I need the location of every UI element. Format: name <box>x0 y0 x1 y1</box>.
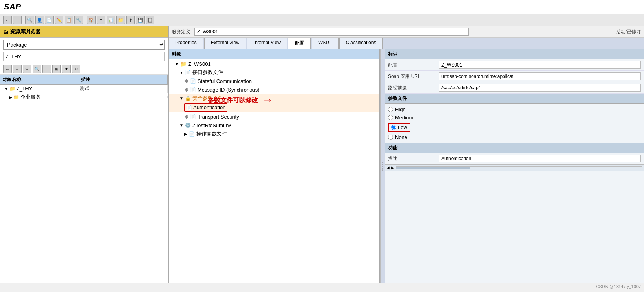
scroll-thumb[interactable] <box>396 167 470 169</box>
active-label: 活动/已修订 <box>616 29 641 35</box>
folder-icon-enterprise: 📁 <box>13 94 19 100</box>
scroll-track[interactable] <box>396 166 642 169</box>
left-grid-btn[interactable]: ⊞ <box>52 65 61 73</box>
content-row-ops[interactable]: ▶ 📄 操作参数文件 <box>169 130 379 138</box>
path-label: 路径前缀 <box>388 85 439 91</box>
resource-browser-icon: 🗂 <box>3 29 8 35</box>
transport-label: Transport Security <box>198 114 239 120</box>
chart-button[interactable]: 📊 <box>107 16 115 24</box>
content-tree-inner: ▼ 📁 Z_WS001 ▼ 📄 接口参数文件 ✱ <box>169 59 379 138</box>
content-row-messageid[interactable]: ✱ 📄 Message ID (Synchronous) <box>169 85 379 94</box>
radio-group: High Medium Low <box>385 104 644 143</box>
resize-handle[interactable] <box>380 49 385 283</box>
expand-security[interactable]: ▼ <box>180 96 183 101</box>
config-value: Z_WS001 <box>439 61 641 69</box>
interface-icon: 📄 <box>185 70 191 75</box>
left-back-btn[interactable]: ← <box>3 65 12 73</box>
zlhy-field: Z_LHY <box>3 52 165 61</box>
radio-medium-label: Medium <box>395 115 413 121</box>
zlhy-label: Z_LHY <box>16 86 32 92</box>
messageid-label: Message ID (Synchronous) <box>198 87 259 93</box>
content-row-interface[interactable]: ▼ 📄 接口参数文件 <box>169 68 379 77</box>
tab-properties[interactable]: Properties <box>169 38 203 49</box>
function-header: 功能 <box>385 143 644 153</box>
radio-high-input[interactable] <box>388 107 393 112</box>
resource-browser-header: 🗂 资源库浏览器 <box>0 26 168 38</box>
expand-ops[interactable]: ▶ <box>184 132 187 136</box>
stateful-label: Stateful Communication <box>198 78 252 84</box>
resize-dot-5 <box>382 169 383 171</box>
bullet-stateful: ✱ <box>184 78 189 84</box>
edit-button[interactable]: ✏️ <box>55 16 63 24</box>
upload-button[interactable]: ⬆ <box>126 16 135 24</box>
content-row-security-params[interactable]: ▼ 🔒 安全参数文件 <box>169 94 379 103</box>
scroll-left[interactable]: ◀ <box>386 166 390 170</box>
left-list-btn[interactable]: ☰ <box>42 65 51 73</box>
left-panel: 🗂 资源库浏览器 Package Z_LHY ← → ▽ 🔍 ☰ ⊞ ★ ↻ 对… <box>0 26 169 283</box>
annotation-area: 参数文件可以修改 → <box>208 94 274 107</box>
left-forward-btn[interactable]: → <box>13 65 22 73</box>
config-label: 配置 <box>388 62 439 68</box>
resource-browser-title: 资源库浏览器 <box>10 28 40 35</box>
content-row-zws001[interactable]: ▼ 📁 Z_WS001 <box>169 59 379 68</box>
content-tree: 对象 ▼ 📁 Z_WS001 ▼ 📄 接口参数文件 <box>169 49 380 283</box>
stateful-icon: 📄 <box>190 78 196 84</box>
expand-ztest[interactable]: ▼ <box>180 123 183 128</box>
props-row-soap-uri: Soap 应用 URI urn:sap-com:soap:runtime:app… <box>385 71 644 82</box>
menu-button[interactable]: ≡ <box>97 16 105 24</box>
content-row-transport[interactable]: ✱ 📄 Transport Security <box>169 112 379 121</box>
radio-medium[interactable]: Medium <box>388 114 641 122</box>
middle-section: 对象 ▼ 📁 Z_WS001 ▼ 📄 接口参数文件 <box>169 49 644 283</box>
folder-button[interactable]: 📁 <box>116 16 125 24</box>
home-button[interactable]: 🏠 <box>87 16 96 24</box>
new-button[interactable]: 📄 <box>45 16 54 24</box>
content-row-stateful[interactable]: ✱ 📄 Stateful Communication <box>169 77 379 85</box>
tree-cell-zlhy-name: ▼ 📁 Z_LHY <box>0 85 78 92</box>
right-top-bar: 服务定义 Z_WS001 活动/已修订 <box>169 26 644 38</box>
messageid-icon: 📄 <box>190 87 196 92</box>
radio-none-input[interactable] <box>388 135 393 140</box>
function-section: 功能 描述 Authentication <box>385 143 644 164</box>
expand-interface[interactable]: ▼ <box>180 70 183 75</box>
folder-icon-zlhy: 📁 <box>9 86 15 92</box>
resize-dot-3 <box>382 166 383 167</box>
left-star-btn[interactable]: ★ <box>62 65 71 73</box>
left-refresh-btn[interactable]: ↻ <box>72 65 80 73</box>
left-toolbar: ← → ▽ 🔍 ☰ ⊞ ★ ↻ <box>0 63 168 75</box>
window-button[interactable]: 🔲 <box>146 16 154 24</box>
content-row-authentication[interactable]: 📄 Authentication <box>169 103 379 112</box>
radio-high[interactable]: High <box>388 105 641 114</box>
tree-row-zlhy[interactable]: ▼ 📁 Z_LHY 测试 <box>0 85 168 93</box>
tab-external-view[interactable]: External View <box>204 38 246 49</box>
copy-button[interactable]: 📋 <box>65 16 73 24</box>
radio-medium-input[interactable] <box>388 115 393 120</box>
resize-dot-1 <box>382 162 383 163</box>
radio-high-label: High <box>395 106 406 112</box>
tab-wsdl[interactable]: WSDL <box>312 38 339 49</box>
content-tree-header: 对象 <box>169 49 379 59</box>
zws001-label: Z_WS001 <box>188 61 211 67</box>
back-button[interactable]: ← <box>3 16 12 24</box>
tree-row-enterprise[interactable]: ▶ 📁 企业服务 <box>0 93 168 101</box>
expand-arrow-enterprise[interactable]: ▶ <box>9 95 12 99</box>
expand-arrow-zlhy[interactable]: ▼ <box>4 87 8 91</box>
toolbar: ← → 🔍 👤 📄 ✏️ 📋 🔧 🏠 ≡ 📊 📁 ⬆ 💾 🔲 <box>0 14 644 26</box>
tab-internal-view[interactable]: Internal View <box>247 38 287 49</box>
radio-low-input[interactable] <box>391 125 396 130</box>
tab-config[interactable]: 配置 <box>288 38 311 49</box>
tab-classifications[interactable]: Classifications <box>339 38 383 49</box>
package-dropdown[interactable]: Package <box>3 40 165 50</box>
left-filter-btn[interactable]: ▽ <box>23 65 31 73</box>
params-section: 参数文件 High Medium L <box>385 94 644 143</box>
settings-button[interactable]: 🔧 <box>74 16 83 24</box>
radio-low[interactable]: Low <box>388 122 641 133</box>
radio-none[interactable]: None <box>388 133 641 141</box>
save-button[interactable]: 💾 <box>136 16 145 24</box>
search-button[interactable]: 🔍 <box>25 16 34 24</box>
left-search-btn[interactable]: 🔍 <box>33 65 41 73</box>
forward-button[interactable]: → <box>13 16 22 24</box>
user-button[interactable]: 👤 <box>35 16 44 24</box>
expand-zws001[interactable]: ▼ <box>175 62 179 66</box>
content-row-ztest[interactable]: ▼ ⚙️ ZTestRfcSumLhy <box>169 121 379 130</box>
scroll-right[interactable]: ▶ <box>391 166 394 170</box>
